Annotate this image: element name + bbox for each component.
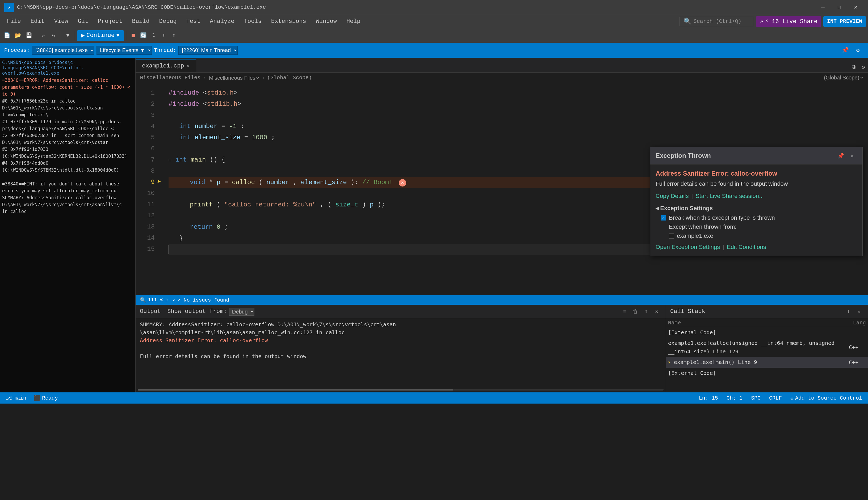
output-scrollbar-thumb[interactable] [138,389,453,390]
menu-view[interactable]: View [49,16,73,26]
editor-settings-button[interactable]: ⚙ [858,61,868,72]
callstack-frame-2-current[interactable]: ➤ example1.exe!main() Line 9 C++ [666,357,868,368]
encoding-label: CRLF [769,395,782,401]
exception-break-checkbox[interactable]: ✓ [661,215,666,220]
callstack-frame-0[interactable]: [External Code] [666,327,868,338]
copy-details-link[interactable]: Copy Details [656,193,689,200]
output-maximize-button[interactable]: ⬆ [641,307,651,316]
git-branch-icon: ⎇ [6,395,12,401]
output-wrap-button[interactable]: ≡ [620,307,630,316]
exception-popup-body: Address Sanitizer Error: calloc-overflow… [650,164,863,256]
line-numbers: 1 2 3 4 5 6 7 8 9 10 11 12 13 14 15 [136,83,157,295]
gutter-7 [157,154,166,166]
no-issues-indicator[interactable]: ✓ ✓ No issues found [173,297,229,303]
output-source-selector[interactable]: Debug Build Output [229,308,254,316]
start-live-share-link[interactable]: Start Live Share session... [695,193,764,200]
continue-button[interactable]: ▶ Continue ▼ [77,30,124,41]
menu-edit[interactable]: Edit [26,16,49,26]
output-scrollbar-h[interactable] [136,387,666,393]
terminal-line-10: SUMMARY: AddressSanitizer: calloc-overfl… [2,194,133,208]
scope-selector[interactable]: (Global Scope) [823,75,864,81]
callstack-close-button[interactable]: ✕ [854,307,864,316]
new-file-button[interactable]: 📄 [2,30,12,41]
output-line-4 [140,344,661,352]
open-file-button[interactable]: 📂 [13,30,23,41]
restart-button[interactable]: 🔄 [138,30,148,41]
edit-conditions-link[interactable]: Edit Conditions [727,243,766,251]
thread-selector[interactable]: [22260] Main Thread [178,46,238,55]
menu-git[interactable]: Git [73,16,93,26]
int-preview-button[interactable]: INT PREVIEW [823,16,866,27]
code-editor: 1 2 3 4 5 6 7 8 9 10 11 12 13 14 15 [136,83,868,295]
tab-label: example1.cpp [142,63,184,69]
status-ready[interactable]: ⬛ Ready [32,393,59,404]
callstack-maximize-button[interactable]: ⬆ [844,307,853,316]
output-close-button[interactable]: ✕ [652,307,661,316]
menu-analyze[interactable]: Analyze [205,16,239,26]
status-col[interactable]: Ch: 1 [725,395,744,401]
exception-error-title: Address Sanitizer Error: calloc-overflow [656,170,857,177]
exception-popup-title: Exception Thrown [656,152,711,159]
callstack-frame-3[interactable]: [External Code] [666,368,868,378]
stop-button[interactable]: ⏹ [129,30,138,41]
redo-button[interactable]: ↪ [49,30,58,41]
menu-tools[interactable]: Tools [239,16,266,26]
save-button[interactable]: 💾 [24,30,34,41]
live-share-button[interactable]: ↗ ⚡ 16 Live Share [756,16,821,27]
status-bar-right: Ln: 15 Ch: 1 SPC CRLF ⊕ Add to Source Co… [697,395,864,401]
exception-links: Copy Details | Start Live Share session.… [656,193,857,200]
menu-window[interactable]: Window [311,16,342,26]
breadcrumb-scope[interactable]: (Global Scope) [267,75,312,81]
close-button[interactable]: ✕ [848,0,864,15]
zoom-control[interactable]: 🔍 111 % ⊕ [140,297,167,303]
menu-project[interactable]: Project [93,16,127,26]
split-editor-button[interactable]: ⧉ [849,61,858,72]
open-exception-settings-link[interactable]: Open Exception Settings [656,243,720,251]
status-encoding[interactable]: CRLF [768,395,783,401]
status-git-icon[interactable]: ⎇ main [4,393,28,404]
step-over-button[interactable]: ⤵ [149,30,158,41]
step-out-button[interactable]: ⬆ [169,30,179,41]
exception-close-button[interactable]: ✕ [847,151,857,160]
menu-extensions[interactable]: Extensions [266,16,311,26]
status-spaces[interactable]: SPC [749,395,762,401]
output-clear-button[interactable]: 🗑 [631,307,640,316]
terminal-line-3: #0 0x7ff7630bb23e in calloc D:\A01\_work… [2,98,133,118]
menu-help[interactable]: Help [342,16,365,26]
undo-button[interactable]: ↩ [38,30,48,41]
zoom-value: 111 % [148,297,163,303]
minimize-button[interactable]: — [815,0,831,15]
status-ln[interactable]: Ln: 15 [697,395,720,401]
tab-example1-cpp[interactable]: example1.cpp ✕ [136,59,196,72]
breadcrumb-files[interactable]: Miscellaneous Files [140,75,200,81]
vertical-scrollbar[interactable] [864,83,868,295]
breadcrumb-files-dropdown[interactable]: Miscellaneous Files [208,75,260,81]
search-box[interactable]: 🔍 Search (Ctrl+Q) [679,17,754,26]
menu-debug[interactable]: Debug [154,16,181,26]
menu-test[interactable]: Test [181,16,205,26]
exception-except-exe-checkbox[interactable] [669,233,674,239]
menu-build[interactable]: Build [127,16,154,26]
exception-settings-label: Exception Settings [660,205,713,212]
zoom-expand-icon: ⊕ [165,297,167,303]
exception-settings-title[interactable]: ◂ Exception Settings [656,205,857,212]
debug-settings-button[interactable]: ⚙ [852,44,864,56]
step-into-button[interactable]: ⬇ [159,30,169,41]
ready-label: Ready [42,395,58,401]
lifecycle-selector[interactable]: Lifecycle Events ▼ [97,46,152,55]
exception-pin-button[interactable]: 📌 [836,151,845,160]
process-selector[interactable]: [38840] example1.exe [32,46,94,55]
maximize-button[interactable]: ☐ [831,0,847,15]
menu-file[interactable]: File [2,16,26,26]
exception-settings-section: ◂ Exception Settings ✓ Break when this e… [656,205,857,239]
debug-pin-button[interactable]: 📌 [839,44,851,56]
tab-close-button[interactable]: ✕ [187,63,190,69]
add-to-source-control-button[interactable]: ⊕ Add to Source Control [789,395,864,401]
output-line-5: Full error details can be found in the o… [140,352,661,360]
gutter-1 [157,88,166,99]
callstack-frame-1[interactable]: example1.exe!calloc(unsigned __int64 nme… [666,338,868,357]
output-line-2: \asan\llvm\compiler-rt\lib\asan\asan_mal… [140,328,661,336]
gutter-2 [157,99,166,110]
build-dropdown[interactable]: ▼ [63,30,73,41]
output-panel-title: Output [140,308,161,315]
